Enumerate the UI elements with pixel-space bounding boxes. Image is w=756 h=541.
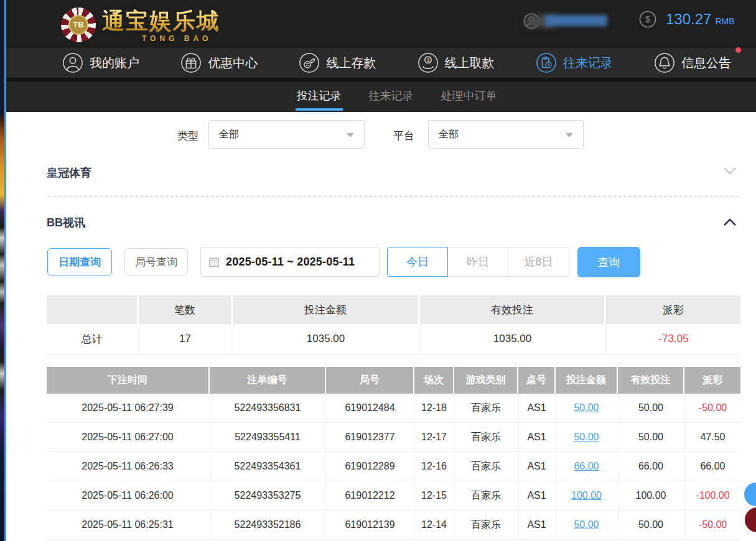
last-8-days-button[interactable]: 近8日 — [508, 247, 569, 277]
nav-item-deposit[interactable]: 线上存款 — [299, 52, 376, 73]
cell-session: 12-15 — [414, 481, 453, 510]
cell-valid-bet: 50.00 — [618, 423, 683, 451]
cell-round-number: 619012289 — [326, 452, 413, 481]
col-table-number: 桌号 — [518, 367, 554, 394]
cell-game-type: 百家乐 — [454, 452, 517, 481]
nav-item-transaction-records[interactable]: 往来记录 — [536, 52, 613, 73]
floating-service-button-red[interactable] — [745, 507, 756, 532]
table-row: 2025-05-11 06:25:31 522493352186 6190121… — [47, 511, 740, 540]
tab-transaction-records[interactable]: 往来记录 — [368, 81, 415, 112]
left-blue-border — [4, 0, 6, 541]
summary-total-label: 总计 — [47, 324, 137, 354]
main-nav: 我的账户 优惠中心 线上存款 — [0, 48, 756, 78]
balance[interactable]: $ 130.27 RMB — [638, 10, 735, 29]
user-icon — [62, 52, 83, 73]
table-row: 2025-05-11 06:27:39 522493356831 6190124… — [47, 394, 740, 423]
tab-pending-orders[interactable]: 处理中订单 — [440, 81, 498, 112]
deposit-icon — [299, 52, 320, 73]
cell-bet-amount-link[interactable]: 66.00 — [556, 452, 617, 481]
yesterday-button[interactable]: 昨日 — [448, 247, 508, 277]
cell-payout: -100.00 — [684, 481, 740, 510]
cell-bet-time: 2025-05-11 06:26:00 — [47, 481, 208, 510]
col-payout: 派彩 — [684, 367, 740, 394]
cell-round-number: 619012484 — [326, 394, 413, 422]
date-query-button[interactable]: 日期查询 — [47, 248, 112, 275]
cell-session: 12-17 — [414, 423, 453, 451]
nav-item-withdraw[interactable]: $ 线上取款 — [418, 52, 495, 73]
bet-records-table: 下注时间 注单编号 局号 场次 游戏类别 桌号 投注金额 有效投注 派彩 202… — [47, 367, 740, 540]
cell-session: 12-16 — [414, 452, 453, 481]
site-logo[interactable]: TB 通宝娱乐城 TONG BAO — [61, 6, 220, 43]
cell-bet-amount-link[interactable]: 50.00 — [556, 423, 617, 451]
platform-select[interactable]: 全部 — [428, 120, 584, 149]
platform-filter-label: 平台 — [393, 129, 414, 143]
col-round-number: 局号 — [326, 367, 413, 394]
svg-text:$: $ — [645, 14, 650, 24]
date-range-input[interactable]: 2025-05-11 ~ 2025-05-11 — [200, 247, 380, 277]
cell-table-number: AS1 — [518, 452, 554, 481]
summary-header-empty — [47, 295, 137, 324]
cell-bet-amount-link[interactable]: 50.00 — [556, 394, 617, 422]
summary-count: 17 — [139, 324, 231, 354]
nav-label: 线上取款 — [445, 55, 495, 72]
floating-service-button-blue[interactable] — [744, 483, 756, 506]
search-button[interactable]: 查询 — [577, 247, 640, 277]
chevron-down-icon[interactable] — [723, 167, 737, 175]
table-row: 2025-05-11 06:26:33 522493354361 6190122… — [47, 452, 740, 481]
nav-label: 我的账户 — [90, 55, 139, 72]
col-session: 场次 — [414, 367, 453, 394]
user-account[interactable] — [523, 12, 607, 30]
dollar-coin-icon: $ — [638, 10, 657, 29]
cell-payout: 66.00 — [684, 452, 740, 481]
nav-label: 线上存款 — [326, 55, 376, 72]
col-bet-amount: 投注金额 — [556, 367, 617, 394]
cell-valid-bet: 50.00 — [618, 511, 683, 539]
section-title-bb-video: BB视讯 — [47, 215, 85, 230]
cell-payout: 47.50 — [684, 423, 740, 451]
cell-session: 12-18 — [414, 394, 453, 422]
cell-game-type: 百家乐 — [454, 511, 517, 539]
chevron-down-icon — [566, 133, 573, 137]
chip-tb-label: TB — [68, 15, 88, 35]
cell-game-type: 百家乐 — [454, 423, 517, 451]
site-subtitle: TONG BAO — [142, 34, 220, 43]
top-header: TB 通宝娱乐城 TONG BAO $ 130.27 RMB — [0, 0, 756, 48]
tab-bet-records[interactable]: 投注记录 — [296, 81, 343, 112]
records-icon — [536, 52, 557, 73]
gift-icon — [180, 52, 202, 73]
balance-amount: 130.27 — [666, 11, 711, 28]
cell-order-number: 522493352186 — [210, 511, 325, 539]
nav-item-my-account[interactable]: 我的账户 — [62, 52, 139, 73]
summary-bet-amount: 1035.00 — [233, 324, 418, 354]
bell-icon — [654, 52, 675, 73]
nav-label: 优惠中心 — [208, 55, 258, 72]
casino-chip-icon: TB — [61, 7, 96, 42]
type-select[interactable]: 全部 — [208, 120, 365, 149]
chevron-up-icon[interactable] — [723, 218, 737, 226]
cell-bet-time: 2025-05-11 06:27:39 — [47, 394, 208, 422]
round-query-button[interactable]: 局号查询 — [124, 248, 188, 275]
summary-header-bet-amount: 投注金额 — [233, 295, 418, 324]
table-header-row: 下注时间 注单编号 局号 场次 游戏类别 桌号 投注金额 有效投注 派彩 — [47, 367, 740, 394]
summary-total-row: 总计 17 1035.00 1035.00 -73.05 — [47, 324, 740, 354]
cell-valid-bet: 66.00 — [618, 452, 683, 481]
today-button[interactable]: 今日 — [387, 247, 448, 277]
cell-order-number: 522493353275 — [210, 481, 325, 510]
record-tabbar: 投注记录 往来记录 处理中订单 — [0, 81, 756, 112]
cell-order-number: 522493355411 — [210, 423, 325, 451]
chevron-down-icon — [347, 133, 354, 137]
username-blurred — [545, 15, 607, 27]
nav-item-announcements[interactable]: 信息公告 — [654, 52, 731, 73]
table-row: 2025-05-11 06:26:00 522493353275 6190122… — [47, 481, 740, 511]
summary-valid-bet: 1035.00 — [420, 324, 604, 354]
nav-label: 信息公告 — [681, 55, 731, 72]
cell-bet-amount-link[interactable]: 100.00 — [556, 481, 617, 510]
cell-bet-amount-link[interactable]: 50.00 — [556, 511, 617, 539]
table-row: 2025-05-11 06:27:00 522493355411 6190123… — [47, 423, 740, 452]
cell-bet-time: 2025-05-11 06:27:00 — [47, 423, 208, 451]
cell-round-number: 619012377 — [326, 423, 413, 451]
nav-item-promotions[interactable]: 优惠中心 — [180, 52, 258, 73]
nav-label: 往来记录 — [563, 55, 613, 72]
cell-bet-time: 2025-05-11 06:25:31 — [47, 511, 208, 539]
cell-payout: -50.00 — [684, 511, 740, 539]
